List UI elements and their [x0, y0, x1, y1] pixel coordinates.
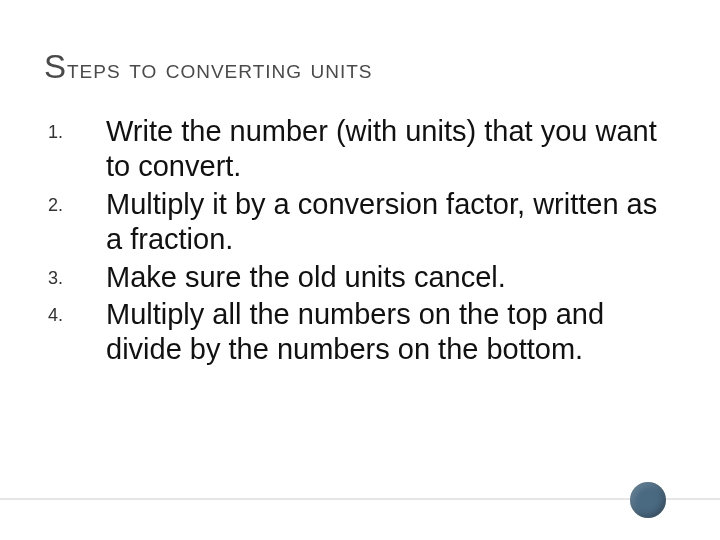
footer-divider: [0, 498, 720, 500]
title-rest: teps to converting units: [67, 54, 373, 84]
steps-list: Write the number (with units) that you w…: [78, 114, 676, 368]
title-initial-cap: S: [44, 48, 67, 85]
list-item: Make sure the old units cancel.: [78, 260, 676, 295]
list-item: Multiply it by a conversion factor, writ…: [78, 187, 676, 258]
footer-dot-icon: [630, 482, 666, 518]
slide: Steps to converting units Write the numb…: [0, 0, 720, 540]
slide-title: Steps to converting units: [44, 48, 676, 86]
list-item: Multiply all the numbers on the top and …: [78, 297, 676, 368]
list-item: Write the number (with units) that you w…: [78, 114, 676, 185]
